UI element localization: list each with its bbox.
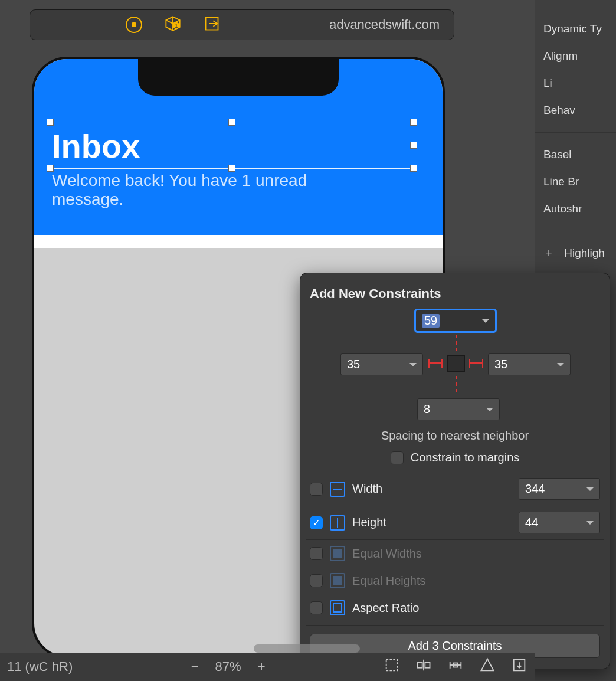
inspector-row-dynamic-type[interactable]: Dynamic Ty bbox=[535, 15, 616, 42]
equal-widths-icon bbox=[330, 546, 345, 561]
popover-divider bbox=[306, 625, 604, 626]
equal-widths-label: Equal Widths bbox=[352, 547, 422, 561]
spacing-diagram: 59 35 35 8 bbox=[306, 309, 604, 427]
zoom-out-button[interactable]: − bbox=[191, 659, 199, 675]
debug-view-hierarchy-icon[interactable]: 1 bbox=[165, 15, 181, 34]
height-value-field[interactable]: 44 bbox=[519, 512, 600, 533]
equal-heights-checkbox[interactable] bbox=[310, 574, 323, 587]
add-constraints-popover: Add New Constraints 59 35 35 8 Spacing t… bbox=[300, 273, 610, 669]
spacing-bottom-field[interactable]: 8 bbox=[417, 398, 500, 420]
inspector-divider bbox=[535, 132, 616, 133]
zoom-in-button[interactable]: + bbox=[258, 659, 266, 675]
inspector-row-behavior[interactable]: Behav bbox=[535, 97, 616, 124]
height-label: Height bbox=[352, 516, 386, 529]
aspect-ratio-icon bbox=[330, 600, 345, 615]
resolve-issues-icon[interactable] bbox=[479, 657, 496, 677]
equal-widths-checkbox[interactable] bbox=[310, 547, 323, 560]
width-label: Width bbox=[352, 482, 382, 496]
environment-overrides-icon[interactable] bbox=[204, 15, 220, 34]
inspector-divider bbox=[535, 231, 616, 231]
trait-variation-label[interactable]: 11 (wC hR) bbox=[7, 659, 73, 675]
align-icon[interactable] bbox=[415, 657, 432, 677]
update-frames-icon[interactable] bbox=[384, 657, 400, 677]
spacing-center-box bbox=[447, 355, 465, 372]
spacing-top-field[interactable]: 59 bbox=[414, 309, 497, 333]
zoom-level[interactable]: 87% bbox=[215, 659, 241, 675]
subtitle-label: Welcome back! You have 1 unread message. bbox=[52, 171, 312, 209]
spacing-connector-left[interactable] bbox=[428, 362, 443, 364]
run-destination-label: advancedswift.com bbox=[329, 17, 440, 32]
equal-heights-row: Equal Heights bbox=[306, 567, 604, 594]
height-icon bbox=[330, 515, 345, 531]
inspector-row-autoshrink[interactable]: Autoshr bbox=[535, 195, 616, 222]
equal-heights-icon bbox=[330, 573, 345, 588]
popover-title: Add New Constraints bbox=[306, 286, 604, 302]
svg-rect-5 bbox=[425, 662, 430, 667]
spacing-connector-right[interactable] bbox=[469, 362, 483, 364]
inspector-row-linebreak[interactable]: Line Br bbox=[535, 168, 616, 195]
aspect-ratio-label: Aspect Ratio bbox=[352, 601, 419, 615]
divider-bar bbox=[34, 235, 443, 248]
title-label[interactable]: Inbox bbox=[52, 130, 425, 163]
svg-rect-3 bbox=[386, 660, 398, 671]
height-row: ✓ Height 44 bbox=[306, 506, 604, 539]
width-icon bbox=[330, 482, 345, 497]
width-value-field[interactable]: 344 bbox=[519, 478, 600, 500]
equal-heights-label: Equal Heights bbox=[352, 574, 426, 588]
spacing-connector-bottom[interactable] bbox=[456, 376, 457, 392]
constrain-margins-checkbox[interactable] bbox=[391, 451, 404, 464]
spacing-left-field[interactable]: 35 bbox=[340, 353, 423, 375]
add-constraints-icon[interactable] bbox=[447, 657, 464, 677]
horizontal-scrollbar[interactable] bbox=[254, 644, 360, 653]
constrain-margins-label: Constrain to margins bbox=[411, 451, 520, 464]
simulator-toolbar: 1 advancedswift.com bbox=[30, 9, 454, 40]
inspector-row-lines[interactable]: Li bbox=[535, 70, 616, 97]
stop-icon[interactable] bbox=[126, 17, 142, 33]
notch bbox=[138, 57, 339, 96]
embed-in-icon[interactable] bbox=[511, 657, 527, 677]
width-row: Width 344 bbox=[306, 472, 604, 506]
spacing-right-field[interactable]: 35 bbox=[488, 353, 571, 375]
canvas-bottom-bar: 11 (wC hR) − 87% + bbox=[0, 653, 535, 681]
svg-rect-4 bbox=[418, 662, 422, 667]
height-checkbox[interactable]: ✓ bbox=[310, 516, 323, 529]
svg-text:1: 1 bbox=[175, 23, 178, 29]
aspect-ratio-row: Aspect Ratio bbox=[306, 594, 604, 621]
inspector-row-highlighted[interactable]: + Highligh bbox=[535, 240, 616, 267]
spacing-caption: Spacing to nearest neighbor bbox=[306, 429, 604, 443]
equal-widths-row: Equal Widths bbox=[306, 539, 604, 567]
width-checkbox[interactable] bbox=[310, 483, 323, 496]
aspect-ratio-checkbox[interactable] bbox=[310, 601, 323, 614]
plus-icon[interactable]: + bbox=[543, 247, 554, 260]
spacing-connector-top[interactable] bbox=[456, 335, 457, 351]
inspector-row-alignment[interactable]: Alignm bbox=[535, 42, 616, 70]
inspector-row-baseline[interactable]: Basel bbox=[535, 141, 616, 168]
